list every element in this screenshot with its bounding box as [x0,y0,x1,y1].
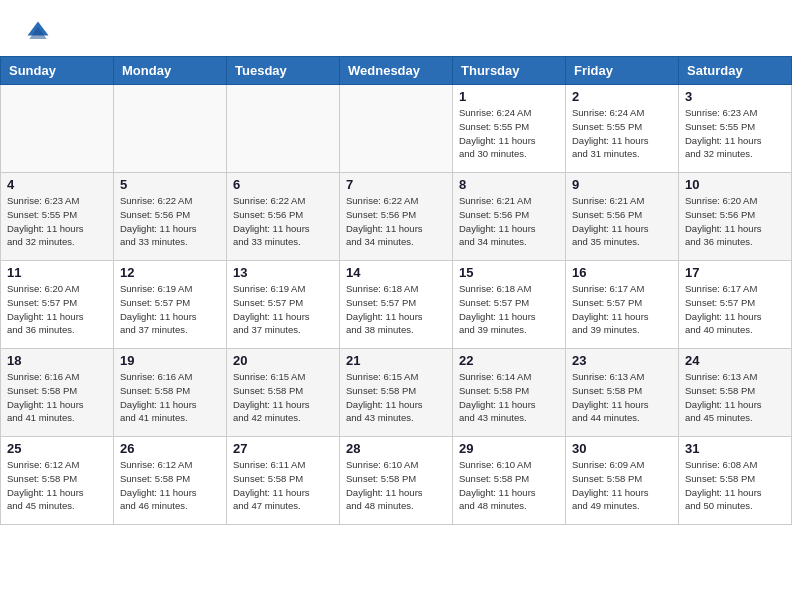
day-info: Sunrise: 6:22 AM Sunset: 5:56 PM Dayligh… [233,194,333,249]
day-info: Sunrise: 6:12 AM Sunset: 5:58 PM Dayligh… [120,458,220,513]
calendar-header-wednesday: Wednesday [340,57,453,85]
day-number: 9 [572,177,672,192]
calendar-cell: 16Sunrise: 6:17 AM Sunset: 5:57 PM Dayli… [566,261,679,349]
day-number: 13 [233,265,333,280]
day-number: 16 [572,265,672,280]
day-info: Sunrise: 6:16 AM Sunset: 5:58 PM Dayligh… [120,370,220,425]
calendar-cell: 11Sunrise: 6:20 AM Sunset: 5:57 PM Dayli… [1,261,114,349]
day-info: Sunrise: 6:15 AM Sunset: 5:58 PM Dayligh… [233,370,333,425]
calendar-cell: 5Sunrise: 6:22 AM Sunset: 5:56 PM Daylig… [114,173,227,261]
day-info: Sunrise: 6:21 AM Sunset: 5:56 PM Dayligh… [572,194,672,249]
day-number: 23 [572,353,672,368]
day-info: Sunrise: 6:18 AM Sunset: 5:57 PM Dayligh… [346,282,446,337]
day-info: Sunrise: 6:09 AM Sunset: 5:58 PM Dayligh… [572,458,672,513]
day-info: Sunrise: 6:22 AM Sunset: 5:56 PM Dayligh… [346,194,446,249]
calendar-cell: 21Sunrise: 6:15 AM Sunset: 5:58 PM Dayli… [340,349,453,437]
calendar-cell: 30Sunrise: 6:09 AM Sunset: 5:58 PM Dayli… [566,437,679,525]
calendar-cell: 10Sunrise: 6:20 AM Sunset: 5:56 PM Dayli… [679,173,792,261]
calendar-cell: 3Sunrise: 6:23 AM Sunset: 5:55 PM Daylig… [679,85,792,173]
calendar-cell [1,85,114,173]
calendar-cell: 12Sunrise: 6:19 AM Sunset: 5:57 PM Dayli… [114,261,227,349]
calendar-cell: 31Sunrise: 6:08 AM Sunset: 5:58 PM Dayli… [679,437,792,525]
calendar-cell: 7Sunrise: 6:22 AM Sunset: 5:56 PM Daylig… [340,173,453,261]
day-info: Sunrise: 6:13 AM Sunset: 5:58 PM Dayligh… [572,370,672,425]
calendar-cell: 6Sunrise: 6:22 AM Sunset: 5:56 PM Daylig… [227,173,340,261]
calendar-cell: 19Sunrise: 6:16 AM Sunset: 5:58 PM Dayli… [114,349,227,437]
day-info: Sunrise: 6:16 AM Sunset: 5:58 PM Dayligh… [7,370,107,425]
day-number: 12 [120,265,220,280]
day-info: Sunrise: 6:20 AM Sunset: 5:56 PM Dayligh… [685,194,785,249]
calendar-cell: 2Sunrise: 6:24 AM Sunset: 5:55 PM Daylig… [566,85,679,173]
calendar-header-saturday: Saturday [679,57,792,85]
day-number: 15 [459,265,559,280]
day-number: 18 [7,353,107,368]
calendar-header-row: SundayMondayTuesdayWednesdayThursdayFrid… [1,57,792,85]
day-info: Sunrise: 6:13 AM Sunset: 5:58 PM Dayligh… [685,370,785,425]
day-info: Sunrise: 6:10 AM Sunset: 5:58 PM Dayligh… [346,458,446,513]
day-number: 1 [459,89,559,104]
calendar-cell: 1Sunrise: 6:24 AM Sunset: 5:55 PM Daylig… [453,85,566,173]
day-number: 27 [233,441,333,456]
day-info: Sunrise: 6:08 AM Sunset: 5:58 PM Dayligh… [685,458,785,513]
day-number: 2 [572,89,672,104]
calendar-header-friday: Friday [566,57,679,85]
calendar-cell: 27Sunrise: 6:11 AM Sunset: 5:58 PM Dayli… [227,437,340,525]
calendar-cell: 4Sunrise: 6:23 AM Sunset: 5:55 PM Daylig… [1,173,114,261]
day-info: Sunrise: 6:12 AM Sunset: 5:58 PM Dayligh… [7,458,107,513]
day-info: Sunrise: 6:17 AM Sunset: 5:57 PM Dayligh… [572,282,672,337]
calendar-cell: 8Sunrise: 6:21 AM Sunset: 5:56 PM Daylig… [453,173,566,261]
calendar-cell: 14Sunrise: 6:18 AM Sunset: 5:57 PM Dayli… [340,261,453,349]
day-number: 8 [459,177,559,192]
logo-icon [24,18,52,46]
calendar-header-thursday: Thursday [453,57,566,85]
day-info: Sunrise: 6:19 AM Sunset: 5:57 PM Dayligh… [120,282,220,337]
calendar-cell [227,85,340,173]
day-number: 11 [7,265,107,280]
calendar-cell: 18Sunrise: 6:16 AM Sunset: 5:58 PM Dayli… [1,349,114,437]
day-info: Sunrise: 6:19 AM Sunset: 5:57 PM Dayligh… [233,282,333,337]
calendar-cell: 28Sunrise: 6:10 AM Sunset: 5:58 PM Dayli… [340,437,453,525]
day-info: Sunrise: 6:17 AM Sunset: 5:57 PM Dayligh… [685,282,785,337]
calendar-header-sunday: Sunday [1,57,114,85]
calendar-cell: 24Sunrise: 6:13 AM Sunset: 5:58 PM Dayli… [679,349,792,437]
logo [24,18,56,46]
calendar-week-2: 4Sunrise: 6:23 AM Sunset: 5:55 PM Daylig… [1,173,792,261]
day-info: Sunrise: 6:21 AM Sunset: 5:56 PM Dayligh… [459,194,559,249]
day-info: Sunrise: 6:11 AM Sunset: 5:58 PM Dayligh… [233,458,333,513]
day-number: 22 [459,353,559,368]
day-info: Sunrise: 6:23 AM Sunset: 5:55 PM Dayligh… [7,194,107,249]
day-number: 25 [7,441,107,456]
calendar-cell: 20Sunrise: 6:15 AM Sunset: 5:58 PM Dayli… [227,349,340,437]
day-number: 30 [572,441,672,456]
day-number: 20 [233,353,333,368]
day-number: 5 [120,177,220,192]
day-number: 21 [346,353,446,368]
day-info: Sunrise: 6:24 AM Sunset: 5:55 PM Dayligh… [459,106,559,161]
day-number: 17 [685,265,785,280]
day-number: 10 [685,177,785,192]
day-number: 29 [459,441,559,456]
calendar-cell: 22Sunrise: 6:14 AM Sunset: 5:58 PM Dayli… [453,349,566,437]
calendar-cell [340,85,453,173]
calendar-header-monday: Monday [114,57,227,85]
calendar-cell: 26Sunrise: 6:12 AM Sunset: 5:58 PM Dayli… [114,437,227,525]
calendar-cell: 17Sunrise: 6:17 AM Sunset: 5:57 PM Dayli… [679,261,792,349]
calendar-cell: 23Sunrise: 6:13 AM Sunset: 5:58 PM Dayli… [566,349,679,437]
day-info: Sunrise: 6:22 AM Sunset: 5:56 PM Dayligh… [120,194,220,249]
day-info: Sunrise: 6:14 AM Sunset: 5:58 PM Dayligh… [459,370,559,425]
calendar-week-1: 1Sunrise: 6:24 AM Sunset: 5:55 PM Daylig… [1,85,792,173]
day-info: Sunrise: 6:20 AM Sunset: 5:57 PM Dayligh… [7,282,107,337]
day-info: Sunrise: 6:24 AM Sunset: 5:55 PM Dayligh… [572,106,672,161]
calendar-week-4: 18Sunrise: 6:16 AM Sunset: 5:58 PM Dayli… [1,349,792,437]
day-number: 28 [346,441,446,456]
day-number: 19 [120,353,220,368]
day-number: 7 [346,177,446,192]
day-number: 31 [685,441,785,456]
calendar-cell: 25Sunrise: 6:12 AM Sunset: 5:58 PM Dayli… [1,437,114,525]
day-number: 24 [685,353,785,368]
day-info: Sunrise: 6:23 AM Sunset: 5:55 PM Dayligh… [685,106,785,161]
calendar-header-tuesday: Tuesday [227,57,340,85]
day-number: 14 [346,265,446,280]
day-info: Sunrise: 6:10 AM Sunset: 5:58 PM Dayligh… [459,458,559,513]
day-number: 4 [7,177,107,192]
